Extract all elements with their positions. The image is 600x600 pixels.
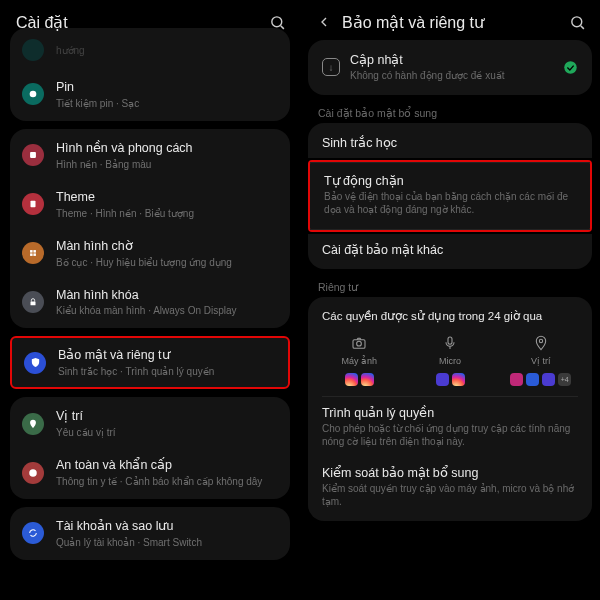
autoblock-highlight: Tự động chặn Bảo vệ điện thoại của bạn b… [308,160,592,232]
wallpaper-icon [22,144,44,166]
svg-rect-4 [31,201,36,208]
pin-icon [533,335,549,351]
search-icon[interactable] [269,14,286,31]
group-display: Hình nền và phong cách Hình nền · Bảng m… [10,129,290,329]
group-security: Bảo mật và riêng tư Sinh trắc học · Trìn… [10,336,290,389]
battery-icon [22,83,44,105]
security-panel: Bảo mật và riêng tư ↓ Cập nhật Không có … [300,0,600,600]
item-biometrics[interactable]: Sinh trắc học [308,127,592,158]
camera-icon [351,335,367,351]
section-extra-security: Cài đặt bảo mật bổ sung [300,101,600,123]
page-title: Cài đặt [16,13,269,32]
item-security-privacy[interactable]: Bảo mật và riêng tư Sinh trắc học · Trìn… [12,338,288,387]
svg-point-10 [29,469,37,477]
item-safety[interactable]: An toàn và khẩn cấp Thông tin y tế · Cản… [10,448,290,497]
svg-rect-3 [30,152,36,158]
item-other-security[interactable]: Cài đặt bảo mật khác [308,234,592,265]
item-accounts[interactable]: Tài khoản và sao lưu Quản lý tài khoản ·… [10,509,290,558]
permissions-card: Các quyền được sử dụng trong 24 giờ qua … [308,297,592,521]
svg-rect-5 [30,250,32,253]
mic-icon [442,335,458,351]
item-title: Pin [56,79,278,96]
safety-icon [22,462,44,484]
back-icon[interactable] [316,14,332,30]
svg-point-15 [357,341,362,346]
item-wallpaper[interactable]: Hình nền và phong cách Hình nền · Bảng m… [10,131,290,180]
item-perm-manager[interactable]: Trình quản lý quyền Cho phép hoặc từ chố… [308,397,592,457]
page-title: Bảo mật và riêng tư [342,13,569,32]
check-icon [563,60,578,75]
biometrics-card: Sinh trắc học [308,123,592,158]
home-icon [22,242,44,264]
svg-rect-7 [30,253,32,256]
theme-icon [22,193,44,215]
item-battery[interactable]: Pin Tiết kiệm pin · Sạc [10,70,290,119]
svg-point-17 [539,339,542,342]
svg-point-11 [572,16,582,26]
item-theme[interactable]: Theme Theme · Hình nền · Biểu tượng [10,180,290,229]
group-device-care: hướng Pin Tiết kiệm pin · Sạc [10,28,290,121]
update-icon: ↓ [322,58,340,76]
item-privacy-control[interactable]: Kiểm soát bảo mật bổ sung Kiểm soát quyề… [308,457,592,517]
svg-rect-6 [33,250,36,253]
svg-rect-9 [31,302,36,306]
item-sub: Tiết kiệm pin · Sạc [56,97,278,110]
perm-camera[interactable]: Máy ảnh [314,335,405,386]
other-security-card: Cài đặt bảo mật khác [308,234,592,269]
svg-point-13 [564,61,577,74]
svg-line-1 [281,25,284,28]
item-homescreen[interactable]: Màn hình chờ Bố cục · Huy hiệu biểu tượn… [10,229,290,278]
item-location[interactable]: Vị trí Yêu cầu vị trí [10,399,290,448]
shield-icon [24,352,46,374]
search-icon[interactable] [569,14,586,31]
group-location: Vị trí Yêu cầu vị trí An toàn và khẩn cấ… [10,397,290,499]
svg-point-0 [272,16,282,26]
group-accounts: Tài khoản và sao lưu Quản lý tài khoản ·… [10,507,290,560]
settings-list: hướng Pin Tiết kiệm pin · Sạc Hình nền v… [0,28,300,560]
item-update[interactable]: ↓ Cập nhật Không có hành động được đề xu… [308,44,592,91]
lock-icon [22,291,44,313]
care-icon [22,39,44,61]
settings-panel: Cài đặt hướng Pin Tiết kiệm pin · Sạc [0,0,300,600]
svg-rect-16 [448,337,452,344]
svg-rect-8 [33,253,36,256]
svg-line-12 [581,25,584,28]
item-partial[interactable]: hướng [10,30,290,70]
location-icon [22,413,44,435]
section-privacy: Riêng tư [300,275,600,297]
perm-micro[interactable]: Micro [405,335,496,386]
item-perm24[interactable]: Các quyền được sử dụng trong 24 giờ qua [308,301,592,325]
item-lockscreen[interactable]: Màn hình khóa Kiểu khóa màn hình · Alway… [10,278,290,327]
svg-point-2 [30,91,37,98]
right-header: Bảo mật và riêng tư [300,0,600,42]
perm-location[interactable]: Vị trí +4 [495,335,586,386]
item-autoblock[interactable]: Tự động chặn Bảo vệ điện thoại của bạn b… [310,162,590,230]
update-card: ↓ Cập nhật Không có hành động được đề xu… [308,40,592,95]
sync-icon [22,522,44,544]
perm-row: Máy ảnh Micro Vị trí +4 [308,325,592,392]
